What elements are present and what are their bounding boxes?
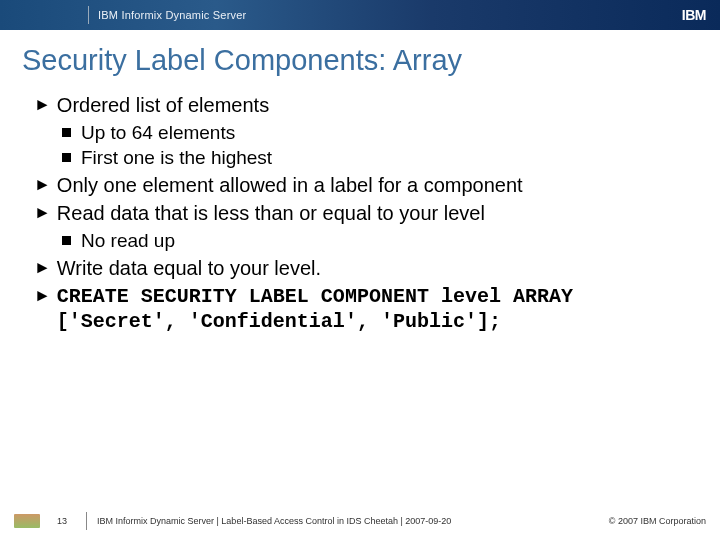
bullet-read-data: ► Read data that is less than or equal t…	[34, 201, 690, 225]
slide: IBM Informix Dynamic Server IBM Security…	[0, 0, 720, 540]
bullet-text: Read data that is less than or equal to …	[57, 201, 485, 225]
square-bullet-icon	[62, 128, 71, 137]
square-bullet-icon	[62, 236, 71, 245]
bullet-text: Up to 64 elements	[81, 121, 235, 144]
subbullet-no-read-up: No read up	[62, 229, 690, 252]
bullet-text: First one is the highest	[81, 146, 272, 169]
footer-logo-icon	[14, 514, 40, 528]
bullet-text: Only one element allowed in a label for …	[57, 173, 523, 197]
header-product-title: IBM Informix Dynamic Server	[98, 9, 246, 21]
content-area: ► Ordered list of elements Up to 64 elem…	[0, 89, 720, 508]
bullet-text: Ordered list of elements	[57, 93, 269, 117]
bullet-write-data: ► Write data equal to your level.	[34, 256, 690, 280]
triangle-right-icon: ►	[34, 284, 51, 308]
bullet-text: Write data equal to your level.	[57, 256, 321, 280]
footer-text: IBM Informix Dynamic Server | Label-Base…	[97, 516, 609, 526]
code-text: CREATE SECURITY LABEL COMPONENT level AR…	[57, 284, 690, 334]
subbullet-first-highest: First one is the highest	[62, 146, 690, 169]
triangle-right-icon: ►	[34, 201, 51, 225]
bullet-text: No read up	[81, 229, 175, 252]
subbullet-up-to-64: Up to 64 elements	[62, 121, 690, 144]
footer-bar: 13 IBM Informix Dynamic Server | Label-B…	[0, 508, 720, 540]
triangle-right-icon: ►	[34, 93, 51, 117]
page-title: Security Label Components: Array	[22, 44, 720, 77]
page-number: 13	[48, 516, 76, 526]
bullet-ordered-list: ► Ordered list of elements	[34, 93, 690, 117]
ibm-logo: IBM	[682, 7, 706, 23]
triangle-right-icon: ►	[34, 173, 51, 197]
triangle-right-icon: ►	[34, 256, 51, 280]
bullet-only-one-element: ► Only one element allowed in a label fo…	[34, 173, 690, 197]
footer-divider	[86, 512, 87, 530]
header-divider	[88, 6, 89, 24]
footer-copyright: © 2007 IBM Corporation	[609, 516, 706, 526]
header-bar: IBM Informix Dynamic Server IBM	[0, 0, 720, 30]
square-bullet-icon	[62, 153, 71, 162]
bullet-sql-create: ► CREATE SECURITY LABEL COMPONENT level …	[34, 284, 690, 334]
